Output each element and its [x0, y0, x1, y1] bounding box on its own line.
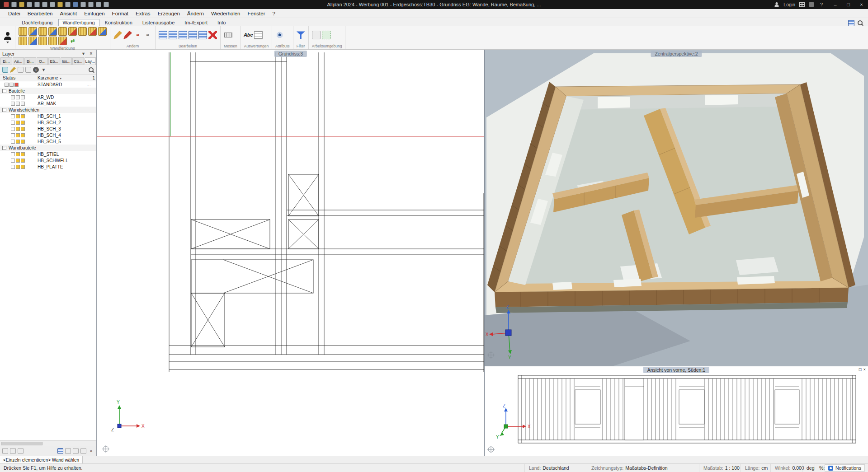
- layer-dialog-icon[interactable]: [25, 67, 31, 73]
- opening-tool-icon[interactable]: [68, 27, 77, 36]
- column-status[interactable]: Status: [3, 75, 15, 80]
- perspective-viewport[interactable]: Zentralperspektive:2: [484, 50, 868, 366]
- menu-item[interactable]: Datei: [5, 10, 24, 17]
- layer-status-cells[interactable]: [11, 133, 25, 137]
- workspace-grid-icon[interactable]: [312, 31, 321, 39]
- load-favorite-icon[interactable]: [18, 448, 24, 454]
- maximize-button[interactable]: □: [842, 0, 855, 9]
- angle-field[interactable]: Winkel:0.000: [770, 464, 804, 472]
- layer-row[interactable]: AR_MAK: [0, 100, 96, 107]
- layer-status-cells[interactable]: [11, 114, 25, 118]
- doc-assign-icon[interactable]: [57, 448, 63, 454]
- top-plate-icon[interactable]: [48, 27, 57, 36]
- save-favorite-icon[interactable]: [10, 448, 16, 454]
- menu-item[interactable]: Fenster: [244, 10, 269, 17]
- text-abc-icon[interactable]: Abc: [244, 31, 253, 39]
- ribbon-tab[interactable]: Im-/Export: [180, 19, 212, 26]
- length-unit-field[interactable]: Länge:cm: [741, 464, 768, 472]
- scale-field[interactable]: Maßstab:1 : 100: [699, 464, 740, 472]
- viewport-close-button[interactable]: ×: [863, 367, 866, 372]
- layer-row[interactable]: STANDARD…: [0, 81, 96, 88]
- layer-status-cells[interactable]: [5, 83, 19, 87]
- drawing-type-field[interactable]: Zeichnungstyp:Maßstabs-Definition: [587, 464, 668, 472]
- mirror-icon[interactable]: [179, 31, 187, 39]
- palette-tab[interactable]: Ei...: [0, 57, 12, 65]
- stretch-icon[interactable]: [198, 31, 207, 39]
- copy-element-icon[interactable]: [189, 31, 197, 39]
- layer-status-cells[interactable]: [11, 121, 25, 125]
- attributes-eye-icon[interactable]: [275, 31, 284, 39]
- palette-tab[interactable]: As...: [13, 57, 24, 65]
- column-kurzname[interactable]: Kurzname ▼: [38, 75, 62, 80]
- help-icon[interactable]: ?: [818, 2, 825, 7]
- layer-row[interactable]: HB_SCH_4: [0, 132, 96, 138]
- undo-icon[interactable]: [42, 2, 47, 7]
- menu-item[interactable]: ?: [269, 10, 279, 17]
- layer-row[interactable]: HB_PLATTE: [0, 164, 96, 170]
- palette-tab[interactable]: Lay...: [85, 57, 96, 65]
- panel-menu-icon[interactable]: ▾: [80, 51, 86, 56]
- ribbon-tab[interactable]: Dachfertigung: [17, 19, 57, 26]
- foil-tool-icon[interactable]: [58, 37, 67, 45]
- palette-tab[interactable]: Eb...: [48, 57, 60, 65]
- palette-tab[interactable]: Bi...: [24, 57, 36, 65]
- assistant-icon[interactable]: [3, 32, 12, 40]
- beam-tool-icon[interactable]: [19, 37, 27, 45]
- ribbon-search-icon[interactable]: [857, 20, 863, 26]
- menu-item[interactable]: Erzeugen: [154, 10, 184, 17]
- wall-layers-icon[interactable]: [28, 27, 37, 36]
- plan-viewport[interactable]: Grundriss:3: [97, 50, 484, 456]
- doc-settings-icon[interactable]: [80, 448, 86, 454]
- stud-tool-icon[interactable]: [58, 27, 67, 36]
- layer-panel-header[interactable]: Layer ▾×: [0, 50, 96, 57]
- wave-edit-icon[interactable]: ≈: [133, 31, 142, 39]
- menu-item[interactable]: Extras: [132, 10, 154, 17]
- history-back-icon[interactable]: ‹: [33, 67, 39, 73]
- wall-element-icon[interactable]: [19, 27, 27, 36]
- layer-status-cells[interactable]: [11, 95, 25, 99]
- layer-status-cells[interactable]: [11, 152, 25, 156]
- layer-status-cells[interactable]: [11, 140, 25, 144]
- assistant-cell[interactable]: [0, 26, 15, 49]
- connector-tool-icon[interactable]: [28, 37, 37, 45]
- selection-environment-icon[interactable]: [322, 31, 330, 39]
- layer-group-row[interactable]: Wandbauteile: [0, 145, 96, 151]
- layer-row[interactable]: AR_WD: [0, 94, 96, 100]
- layer-select-icon[interactable]: [2, 67, 8, 73]
- cut-tool-icon[interactable]: [48, 37, 57, 45]
- numbering-tool-icon[interactable]: [98, 27, 107, 36]
- layer-row[interactable]: HB_SCH_1: [0, 113, 96, 119]
- apps-grid-icon[interactable]: [799, 2, 805, 7]
- ribbon-tab[interactable]: Info: [213, 19, 230, 26]
- history-dropdown-icon[interactable]: ▼: [41, 67, 47, 73]
- layer-pick-icon[interactable]: [18, 67, 24, 73]
- move-icon[interactable]: [159, 31, 167, 39]
- layer-status-cells[interactable]: [11, 159, 25, 163]
- palette-tab[interactable]: Iss...: [61, 57, 72, 65]
- collapse-icon[interactable]: [2, 108, 6, 112]
- blocking-tool-icon[interactable]: [88, 27, 97, 36]
- plot-layout-icon[interactable]: [80, 2, 86, 7]
- layer-row[interactable]: HB_SCH_3: [0, 126, 96, 132]
- elevation-viewport[interactable]: Ansicht von vorne, Süden:1 □× Z X Y: [484, 366, 868, 456]
- project-settings-icon[interactable]: [88, 2, 94, 7]
- menu-item[interactable]: Wiederholen: [208, 10, 244, 17]
- layer-hscrollbar[interactable]: [0, 440, 96, 446]
- filter-funnel-icon[interactable]: [297, 31, 305, 39]
- redline-pen-icon[interactable]: [123, 31, 132, 39]
- panel-close-icon[interactable]: ×: [88, 51, 94, 56]
- quick-more-icon[interactable]: [104, 2, 109, 7]
- menu-item[interactable]: Einfügen: [80, 10, 108, 17]
- doc-copy-icon[interactable]: [65, 448, 71, 454]
- ribbon-settings-icon[interactable]: [848, 20, 854, 26]
- edit-pen-icon[interactable]: [113, 31, 122, 39]
- ribbon-tab[interactable]: Konstruktion: [100, 19, 137, 26]
- menu-item[interactable]: Ändern: [184, 10, 208, 17]
- print-list-icon[interactable]: [2, 448, 8, 454]
- palette-tab[interactable]: O...: [37, 57, 48, 65]
- layer-row[interactable]: HB_SCH_5: [0, 138, 96, 145]
- layer-group-row[interactable]: Bauteile: [0, 88, 96, 94]
- column-extra[interactable]: 1: [92, 75, 95, 80]
- layer-row[interactable]: HB_STIEL: [0, 151, 96, 157]
- layer-table-header[interactable]: Status Kurzname ▼ 1: [0, 75, 96, 81]
